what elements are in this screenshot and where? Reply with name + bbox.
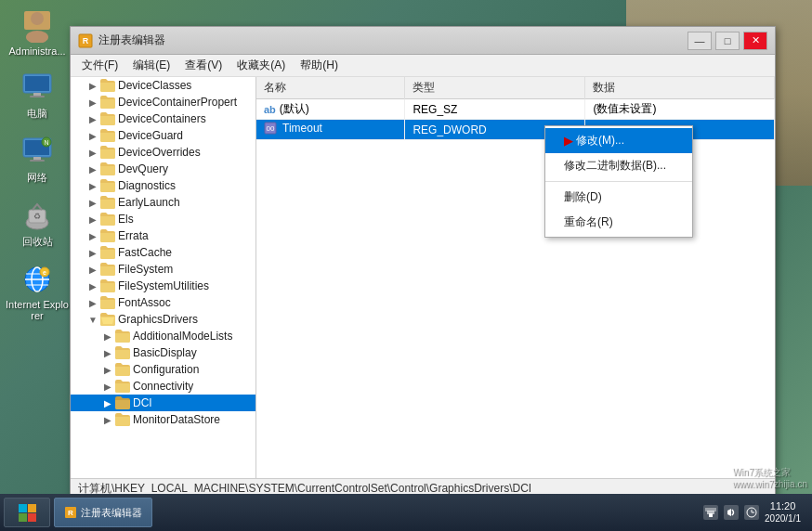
menu-edit[interactable]: 编辑(E) bbox=[125, 56, 177, 75]
title-bar[interactable]: R 注册表编辑器 — □ ✕ bbox=[71, 27, 775, 55]
svg-text:R: R bbox=[83, 36, 89, 45]
taskbar: R 注册表编辑器 bbox=[0, 494, 812, 531]
svg-point-1 bbox=[31, 12, 44, 25]
desktop-icons: Administra... 电脑 bbox=[0, 0, 74, 531]
value-table: 名称 类型 数据 ab (默认) bbox=[256, 77, 775, 140]
window-controls: — □ ✕ bbox=[688, 32, 767, 50]
folder-icon bbox=[100, 129, 115, 142]
ie-icon-item[interactable]: e Internet Explorer bbox=[5, 263, 70, 321]
tree-item-MonitorDataStore[interactable]: ▶ MonitorDataStore bbox=[71, 411, 255, 428]
folder-selected-icon bbox=[115, 396, 130, 409]
folder-icon bbox=[100, 196, 115, 209]
svg-rect-27 bbox=[19, 504, 27, 512]
recycle-label: 回收站 bbox=[22, 235, 53, 249]
admin-user-icon[interactable]: Administra... bbox=[5, 9, 70, 57]
main-content: ▶ DeviceClasses ▶ DeviceContainerPropert… bbox=[71, 77, 775, 478]
svg-rect-5 bbox=[33, 93, 41, 96]
tree-item-DeviceGuard[interactable]: ▶ DeviceGuard bbox=[71, 127, 255, 144]
tree-item-Connectivity[interactable]: ▶ Connectivity bbox=[71, 378, 255, 395]
desktop: Administra... 电脑 bbox=[0, 0, 812, 531]
ctx-rename[interactable]: 重命名(R) bbox=[545, 210, 692, 235]
tree-item-EarlyLaunch[interactable]: ▶ EarlyLaunch bbox=[71, 194, 255, 211]
svg-rect-35 bbox=[705, 508, 716, 512]
folder-icon bbox=[100, 263, 115, 276]
tray-network-icon[interactable] bbox=[703, 505, 718, 520]
maximize-button[interactable]: □ bbox=[715, 32, 740, 50]
folder-icon bbox=[100, 229, 115, 242]
tree-item-BasicDisplay[interactable]: ▶ BasicDisplay bbox=[71, 344, 255, 361]
folder-icon bbox=[115, 413, 130, 426]
menu-file[interactable]: 文件(F) bbox=[74, 56, 125, 75]
user-avatar bbox=[20, 9, 54, 43]
tree-item-DeviceClasses[interactable]: ▶ DeviceClasses bbox=[71, 77, 255, 94]
menu-view[interactable]: 查看(V) bbox=[177, 56, 229, 75]
table-row[interactable]: 00 Timeout REG_DWORD 0x00000007 (7) bbox=[256, 120, 775, 140]
folder-icon bbox=[115, 363, 130, 376]
table-row[interactable]: ab (默认) REG_SZ (数值未设置) bbox=[256, 99, 775, 120]
tree-item-DeviceContainers[interactable]: ▶ DeviceContainers bbox=[71, 110, 255, 127]
tree-item-Errata[interactable]: ▶ Errata bbox=[71, 227, 255, 244]
tree-item-FontAssoc[interactable]: ▶ FontAssoc bbox=[71, 294, 255, 311]
ctx-separator bbox=[545, 181, 692, 182]
tree-item-FastCache[interactable]: ▶ FastCache bbox=[71, 244, 255, 261]
taskbar-registry-button[interactable]: R 注册表编辑器 bbox=[54, 498, 152, 527]
start-button[interactable] bbox=[4, 498, 50, 527]
svg-rect-9 bbox=[33, 157, 41, 160]
tree-item-GraphicsDrivers[interactable]: ▼ GraphicsDrivers bbox=[71, 311, 255, 328]
recycle-icon-item[interactable]: ♻ 回收站 bbox=[5, 199, 70, 249]
ctx-delete[interactable]: 删除(D) bbox=[545, 185, 692, 210]
tree-item-FileSystemUtilities[interactable]: ▶ FileSystemUtilities bbox=[71, 278, 255, 294]
computer-icon-item[interactable]: 电脑 bbox=[5, 71, 70, 121]
value-panel[interactable]: 名称 类型 数据 ab (默认) bbox=[256, 77, 775, 478]
folder-icon bbox=[100, 79, 115, 92]
tree-item-FileSystem[interactable]: ▶ FileSystem bbox=[71, 261, 255, 278]
folder-icon bbox=[115, 346, 130, 359]
tree-item-Diagnostics[interactable]: ▶ Diagnostics bbox=[71, 177, 255, 194]
ctx-modify-binary[interactable]: 修改二进制数据(B)... bbox=[545, 153, 692, 178]
menu-favorites[interactable]: 收藏夹(A) bbox=[229, 56, 293, 75]
ctx-modify[interactable]: ▶ 修改(M)... bbox=[545, 128, 692, 153]
folder-icon bbox=[100, 179, 115, 192]
network-icon-item[interactable]: N 网络 bbox=[5, 135, 70, 185]
tree-item-DCI[interactable]: ▶ DCI bbox=[71, 395, 255, 411]
folder-icon bbox=[100, 146, 115, 159]
close-button[interactable]: ✕ bbox=[743, 32, 767, 50]
tree-item-AdditionalModeLists[interactable]: ▶ AdditionalModeLists bbox=[71, 328, 255, 344]
folder-icon bbox=[100, 162, 115, 175]
svg-text:♻: ♻ bbox=[33, 212, 41, 221]
window-title: 注册表编辑器 bbox=[98, 32, 688, 48]
folder-icon bbox=[100, 279, 115, 292]
tree-item-Configuration[interactable]: ▶ Configuration bbox=[71, 361, 255, 378]
tree-item-DeviceContainerProps[interactable]: ▶ DeviceContainerPropert bbox=[71, 94, 255, 110]
folder-icon bbox=[100, 112, 115, 125]
value-data: (数值未设置) bbox=[585, 99, 775, 120]
network-label: 网络 bbox=[27, 171, 47, 185]
time-display: 11:20 2020/1/1 bbox=[765, 500, 801, 524]
tray-clock-icon[interactable] bbox=[744, 505, 759, 520]
folder-open-icon bbox=[100, 313, 115, 326]
svg-marker-36 bbox=[727, 509, 731, 516]
svg-text:e: e bbox=[43, 269, 46, 276]
folder-icon bbox=[100, 213, 115, 226]
window-icon: R bbox=[78, 33, 93, 48]
context-menu: ▶ 修改(M)... 修改二进制数据(B)... 删除(D) 重命名(R) bbox=[544, 125, 693, 238]
svg-rect-6 bbox=[30, 96, 45, 97]
tree-item-DeviceOverrides[interactable]: ▶ DeviceOverrides bbox=[71, 144, 255, 161]
tree-item-Els[interactable]: ▶ Els bbox=[71, 211, 255, 227]
svg-rect-30 bbox=[28, 513, 36, 522]
minimize-button[interactable]: — bbox=[688, 32, 712, 50]
tray-volume-icon[interactable] bbox=[724, 505, 739, 520]
svg-rect-4 bbox=[25, 76, 49, 91]
svg-text:00: 00 bbox=[267, 124, 275, 133]
svg-text:R: R bbox=[68, 509, 73, 517]
computer-label: 电脑 bbox=[27, 107, 47, 121]
menu-help[interactable]: 帮助(H) bbox=[293, 56, 346, 75]
folder-icon bbox=[100, 296, 115, 309]
tree-panel[interactable]: ▶ DeviceClasses ▶ DeviceContainerPropert… bbox=[71, 77, 256, 478]
folder-icon bbox=[115, 330, 130, 343]
svg-text:N: N bbox=[44, 139, 48, 146]
tree-item-DevQuery[interactable]: ▶ DevQuery bbox=[71, 161, 255, 177]
col-name: 名称 bbox=[256, 77, 405, 99]
value-name: ab (默认) bbox=[256, 99, 405, 120]
col-type: 类型 bbox=[405, 77, 585, 99]
